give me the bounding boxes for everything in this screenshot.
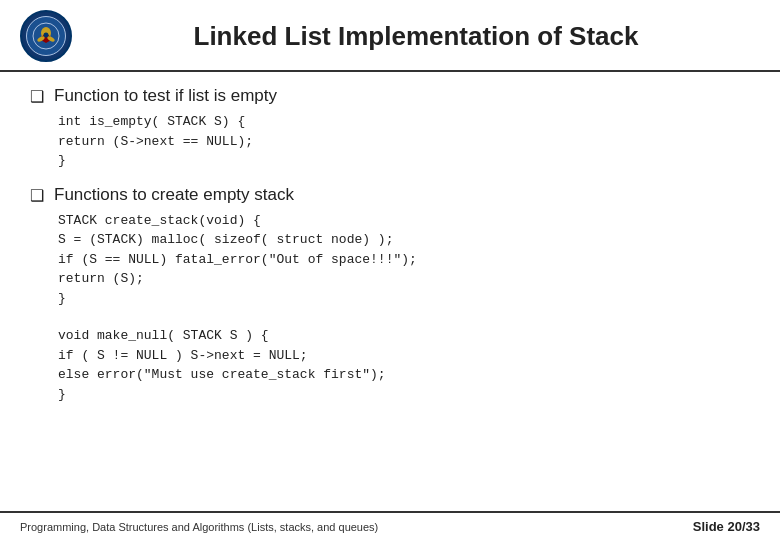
section-1-code: int is_empty( STACK S) { return (S->next… [58, 112, 750, 171]
footer-left-text: Programming, Data Structures and Algorit… [20, 521, 378, 533]
code-line: } [58, 385, 750, 405]
code-line: void make_null( STACK S ) { [58, 326, 750, 346]
code-line: int is_empty( STACK S) { [58, 112, 750, 132]
code-line: else error("Must use create_stack first"… [58, 365, 750, 385]
section-2-title: Functions to create empty stack [54, 185, 294, 205]
code-line: return (S); [58, 269, 750, 289]
main-content: ❑ Function to test if list is empty int … [0, 72, 780, 428]
section-2-code-block-2: void make_null( STACK S ) { if ( S != NU… [58, 326, 750, 404]
code-line: S = (STACK) malloc( sizeof( struct node)… [58, 230, 750, 250]
bullet-1: ❑ [30, 87, 44, 106]
section-2: ❑ Functions to create empty stack STACK … [30, 185, 750, 405]
logo-inner [26, 16, 66, 56]
page-title: Linked List Implementation of Stack [72, 21, 760, 52]
header: Linked List Implementation of Stack [0, 0, 780, 72]
code-line: if ( S != NULL ) S->next = NULL; [58, 346, 750, 366]
code-line: } [58, 151, 750, 171]
section-1: ❑ Function to test if list is empty int … [30, 86, 750, 171]
bullet-2: ❑ [30, 186, 44, 205]
code-line: if (S == NULL) fatal_error("Out of space… [58, 250, 750, 270]
section-1-heading: ❑ Function to test if list is empty [30, 86, 750, 106]
logo [20, 10, 72, 62]
code-line: STACK create_stack(void) { [58, 211, 750, 231]
section-1-title: Function to test if list is empty [54, 86, 277, 106]
code-line: return (S->next == NULL); [58, 132, 750, 152]
footer-slide-number: Slide 20/33 [693, 519, 760, 534]
code-line: } [58, 289, 750, 309]
section-2-heading: ❑ Functions to create empty stack [30, 185, 750, 205]
section-2-code-block-1: STACK create_stack(void) { S = (STACK) m… [58, 211, 750, 309]
footer: Programming, Data Structures and Algorit… [0, 511, 780, 540]
